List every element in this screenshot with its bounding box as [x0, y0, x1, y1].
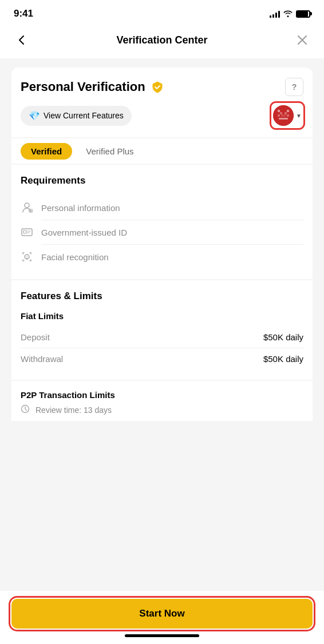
view-features-label: View Current Features [44, 111, 124, 120]
features-limits-section: Features & Limits Fiat Limits Deposit $5… [11, 280, 313, 380]
svg-rect-13 [23, 230, 26, 233]
bottom-area: Start Now [0, 591, 324, 644]
government-id-label: Government-issued ID [41, 228, 127, 237]
deposit-label: Deposit [21, 332, 50, 342]
svg-rect-6 [287, 114, 289, 117]
wifi-icon [283, 9, 293, 19]
avatar [273, 105, 294, 126]
facial-recognition-label: Facial recognition [41, 252, 109, 262]
p2p-section: P2P Transaction Limits Review time: 13 d… [11, 381, 313, 421]
p2p-title: P2P Transaction Limits [21, 390, 303, 400]
requirement-personal-info: Personal information [21, 196, 303, 220]
avatar-dropdown-highlight: ▼ [271, 103, 303, 128]
withdrawal-row: Withdrawal $50K daily [21, 348, 303, 369]
svg-rect-7 [279, 118, 288, 120]
tab-verified-plus[interactable]: Verified Plus [84, 146, 136, 164]
verification-header: Personal Verification ? 💎 View Current F… [11, 67, 313, 137]
features-row: 💎 View Current Features [21, 103, 303, 128]
face-icon [21, 251, 33, 263]
deposit-row: Deposit $50K daily [21, 327, 303, 348]
view-features-button[interactable]: 💎 View Current Features [21, 106, 132, 126]
personal-info-label: Personal information [41, 203, 120, 213]
deposit-value: $50K daily [263, 332, 303, 342]
avatar-container[interactable]: ▼ [272, 104, 302, 127]
svg-rect-4 [285, 112, 287, 114]
requirements-section: Requirements Personal information [11, 165, 313, 279]
svg-rect-1 [278, 110, 280, 112]
main-content: Personal Verification ? 💎 View Current F… [0, 58, 324, 611]
svg-point-18 [27, 256, 29, 257]
tabs-container: Verified Verified Plus [11, 138, 313, 164]
svg-rect-2 [287, 110, 289, 112]
withdrawal-value: $50K daily [263, 354, 303, 364]
verification-title: Personal Verification [21, 79, 145, 94]
signal-icon [270, 10, 280, 18]
review-time-text: Review time: 13 days [35, 406, 112, 415]
id-card-icon [21, 226, 33, 238]
svg-rect-5 [278, 114, 280, 117]
svg-point-17 [26, 256, 27, 257]
status-icons [270, 9, 310, 19]
fiat-limits-title: Fiat Limits [21, 311, 303, 321]
status-bar: 9:41 [0, 0, 324, 24]
battery-icon [296, 10, 310, 18]
status-time: 9:41 [14, 8, 33, 19]
nav-header: Verification Center [0, 24, 324, 58]
clock-icon [21, 404, 30, 415]
svg-rect-3 [280, 112, 282, 114]
page-title: Verification Center [116, 34, 207, 46]
shield-icon [151, 81, 164, 93]
back-button[interactable] [11, 30, 32, 50]
start-now-button[interactable]: Start Now [11, 599, 313, 629]
withdrawal-label: Withdrawal [21, 354, 63, 364]
requirements-title: Requirements [21, 175, 303, 186]
svg-point-9 [25, 203, 29, 208]
svg-rect-8 [281, 114, 286, 117]
features-limits-title: Features & Limits [21, 291, 303, 302]
dropdown-arrow-icon: ▼ [296, 113, 302, 119]
home-indicator [125, 634, 199, 637]
requirement-facial-recognition: Facial recognition [21, 245, 303, 269]
title-left: Personal Verification [21, 79, 164, 94]
tab-verified-plus-label: Verified Plus [84, 143, 136, 160]
person-icon [21, 201, 33, 214]
gem-icon: 💎 [29, 110, 40, 121]
help-button[interactable]: ? [285, 78, 303, 96]
review-time-row: Review time: 13 days [21, 404, 303, 415]
title-row: Personal Verification ? [21, 78, 303, 96]
tab-verified-label: Verified [21, 143, 72, 160]
close-button[interactable] [292, 30, 313, 50]
tab-verified[interactable]: Verified [21, 146, 72, 164]
question-icon: ? [292, 82, 297, 92]
requirement-government-id: Government-issued ID [21, 220, 303, 244]
